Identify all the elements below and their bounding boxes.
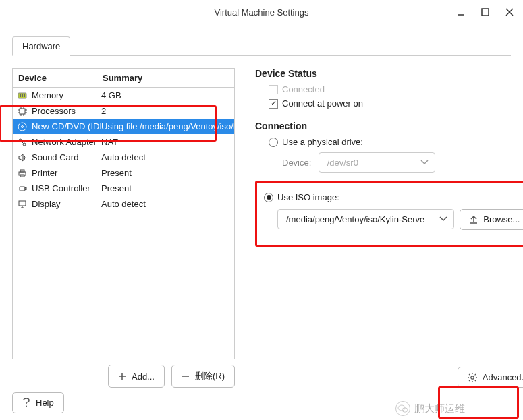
device-summary: Using file /media/peng/Ventoy/iso/Kyli… [101, 121, 234, 131]
svg-rect-25 [20, 187, 25, 191]
net-icon [17, 137, 28, 148]
device-name: Sound Card [32, 152, 101, 162]
sound-icon [17, 152, 28, 163]
table-row[interactable]: DisplayAuto detect [13, 196, 234, 212]
minus-icon [182, 372, 190, 380]
svg-rect-6 [22, 94, 23, 97]
connect-poweron-checkbox[interactable] [269, 99, 278, 109]
svg-line-41 [469, 380, 470, 380]
wechat-icon [395, 401, 410, 416]
svg-point-19 [19, 139, 22, 142]
device-label: Device: [282, 158, 316, 168]
iso-path-select[interactable]: /media/peng/Ventoy/iso/Kylin-Serve [277, 209, 454, 229]
browse-button[interactable]: Browse... [460, 209, 523, 230]
device-summary: 4 GB [101, 90, 234, 100]
svg-point-18 [22, 125, 24, 127]
device-summary: Auto detect [101, 199, 234, 209]
device-name: Display [32, 199, 101, 209]
cpu-icon [17, 106, 28, 117]
svg-line-40 [474, 374, 475, 375]
iso-path-value: /media/peng/Ventoy/iso/Kylin-Serve [278, 214, 433, 224]
col-summary: Summary [97, 69, 148, 87]
svg-rect-7 [24, 94, 25, 97]
connection-title: Connection [255, 121, 523, 131]
connected-label: Connected [282, 84, 325, 94]
svg-rect-5 [20, 94, 21, 97]
device-name: Processors [32, 106, 101, 116]
svg-rect-8 [20, 109, 25, 114]
device-summary: 2 [101, 106, 234, 116]
device-name: New CD/DVD (IDE) [32, 121, 101, 131]
highlight-iso-section: Use ISO image: /media/peng/Ventoy/iso/Ky… [255, 181, 523, 247]
help-icon [22, 398, 30, 408]
minimize-button[interactable] [450, 3, 472, 22]
chevron-down-icon [414, 153, 435, 172]
device-name: USB Controller [32, 183, 101, 193]
table-row[interactable]: Memory4 GB [13, 88, 234, 103]
device-summary: Present [101, 168, 234, 178]
tab-hardware[interactable]: Hardware [12, 36, 70, 56]
svg-point-17 [18, 123, 26, 131]
remove-button[interactable]: 删除(R) [171, 365, 235, 388]
physical-device-select: /dev/sr0 [319, 152, 435, 173]
chevron-down-icon[interactable] [433, 210, 453, 229]
add-label: Add... [132, 371, 155, 382]
window-title: Virtual Machine Settings [215, 7, 309, 18]
maximize-button[interactable] [474, 3, 496, 22]
use-iso-radio[interactable] [264, 193, 273, 202]
help-button[interactable]: Help [12, 392, 64, 413]
plus-icon [118, 372, 126, 380]
table-row[interactable]: Sound CardAuto detect [13, 150, 234, 165]
svg-rect-23 [20, 170, 24, 172]
advanced-label: Advanced... [483, 372, 523, 382]
table-row[interactable]: Network AdapterNAT [13, 134, 234, 150]
table-row[interactable]: New CD/DVD (IDE)Using file /media/peng/V… [13, 119, 234, 134]
device-summary: Auto detect [101, 152, 234, 162]
device-name: Printer [32, 168, 101, 178]
svg-point-42 [26, 405, 27, 407]
gear-icon [468, 373, 477, 382]
use-physical-label: Use a physical drive: [282, 137, 363, 147]
device-name: Network Adapter [32, 137, 101, 147]
device-name: Memory [32, 90, 101, 100]
cd-icon [17, 121, 28, 132]
connected-checkbox [269, 85, 278, 94]
svg-rect-27 [19, 201, 26, 206]
usb-icon [17, 183, 28, 194]
device-summary: NAT [101, 137, 234, 147]
browse-label: Browse... [483, 214, 520, 224]
device-table: Device Summary Memory4 GBProcessors2New … [12, 68, 235, 359]
device-status-title: Device Status [255, 68, 523, 79]
use-physical-radio[interactable] [269, 138, 278, 147]
help-label: Help [36, 398, 54, 408]
add-button[interactable]: Add... [108, 365, 165, 388]
connect-poweron-label: Connect at power on [282, 98, 363, 109]
close-button[interactable] [499, 3, 520, 22]
upload-icon [470, 216, 478, 224]
svg-rect-26 [25, 187, 26, 189]
remove-label: 删除(R) [195, 370, 225, 382]
svg-line-39 [474, 380, 475, 380]
device-summary: Present [101, 183, 234, 193]
table-row[interactable]: PrinterPresent [13, 165, 234, 181]
mem-icon [17, 90, 28, 101]
svg-point-33 [471, 376, 474, 378]
svg-rect-1 [482, 9, 489, 16]
physical-device-value: /dev/sr0 [319, 158, 414, 168]
watermark: 鹏大师运维 [395, 401, 465, 416]
table-row[interactable]: USB ControllerPresent [13, 181, 234, 196]
watermark-text: 鹏大师运维 [414, 402, 465, 415]
display-icon [17, 199, 28, 210]
svg-line-38 [469, 374, 470, 375]
svg-point-20 [23, 143, 26, 146]
advanced-button[interactable]: Advanced... [458, 367, 523, 388]
use-iso-label: Use ISO image: [277, 192, 339, 202]
table-row[interactable]: Processors2 [13, 103, 234, 119]
svg-line-21 [22, 141, 24, 143]
printer-icon [17, 168, 28, 179]
col-device: Device [13, 69, 97, 87]
